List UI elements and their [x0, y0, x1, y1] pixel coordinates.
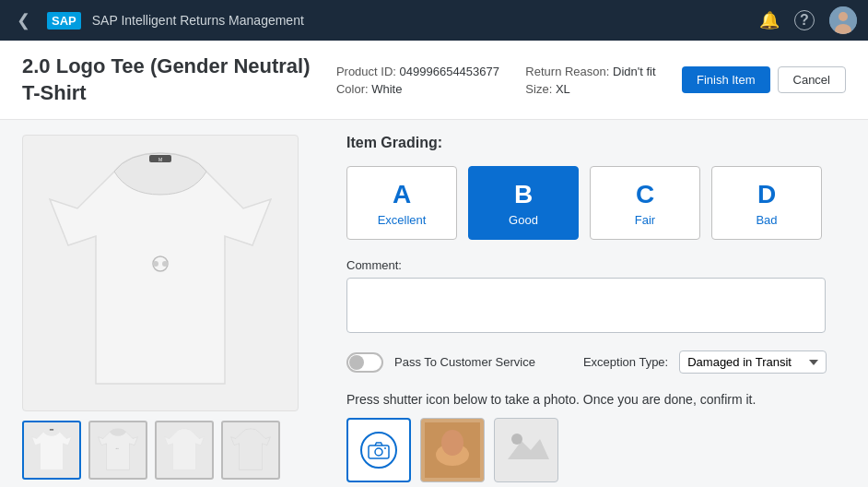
grade-buttons: A Excellent B Good C Fair D Bad [346, 166, 846, 240]
nav-back-button[interactable]: ❮ [11, 6, 36, 34]
photo-thumb-1[interactable] [420, 418, 485, 482]
svg-rect-11 [369, 445, 389, 458]
product-id-row: Product ID: 049996654453677 [336, 65, 499, 78]
color-row: Color: White [336, 82, 499, 96]
product-info: Product ID: 049996654453677 Color: White [336, 65, 499, 96]
top-navigation: ❮ SAP SAP Intelligent Returns Management… [0, 0, 868, 41]
photo-row [346, 418, 846, 482]
exception-type-select[interactable]: Damaged in Transit Wrong Item Missing Pa… [679, 350, 827, 374]
thumbnail-3[interactable] [155, 421, 214, 480]
color-value: White [371, 82, 402, 96]
grade-d-letter: D [757, 180, 776, 209]
grading-section: Item Grading: A Excellent B Good C Fair … [346, 135, 846, 482]
finish-item-button[interactable]: Finish Item [682, 66, 770, 93]
sap-logo-text: SAP [47, 12, 81, 30]
nav-icons: 🔔 ? [759, 6, 857, 34]
svg-point-16 [441, 430, 463, 456]
main-product-image: M [22, 135, 299, 411]
toggle-row: Pass To Customer Service Exception Type:… [346, 350, 846, 374]
grade-b-button[interactable]: B Good [468, 166, 579, 240]
grade-b-letter: B [514, 180, 533, 209]
grade-c-button[interactable]: C Fair [590, 166, 700, 240]
comment-input[interactable] [346, 278, 826, 333]
grade-a-letter: A [393, 180, 411, 209]
help-icon[interactable]: ? [794, 10, 815, 30]
page-header: 2.0 Logo Tee (Gender Neutral) T-Shirt Pr… [0, 41, 868, 120]
svg-text:M: M [158, 157, 162, 162]
svg-point-1 [839, 12, 848, 21]
product-id-value: 049996654453677 [400, 65, 499, 78]
svg-point-5 [162, 261, 168, 267]
thumbnail-1[interactable] [22, 421, 81, 480]
return-info: Return Reason: Didn't fit Size: XL [525, 65, 655, 96]
user-avatar[interactable] [829, 6, 857, 34]
camera-shutter-button[interactable] [346, 418, 411, 482]
grading-title: Item Grading: [346, 135, 846, 151]
product-title: 2.0 Logo Tee (Gender Neutral) T-Shirt [22, 53, 311, 106]
product-id-label: Product ID: [336, 65, 396, 78]
svg-point-9 [116, 448, 117, 449]
svg-rect-8 [50, 429, 53, 430]
pass-to-cs-toggle[interactable] [346, 352, 383, 373]
svg-point-10 [117, 448, 118, 449]
grade-c-letter: C [636, 180, 654, 209]
color-label: Color: [336, 82, 369, 96]
exception-type-label: Exception Type: [583, 355, 668, 369]
product-title-block: 2.0 Logo Tee (Gender Neutral) T-Shirt [22, 53, 311, 106]
thumbnail-4[interactable] [221, 421, 280, 480]
size-value: XL [556, 82, 570, 96]
grade-a-label: Excellent [378, 213, 427, 227]
svg-point-13 [384, 447, 386, 449]
product-image-section: M [22, 135, 317, 482]
size-row: Size: XL [525, 82, 655, 96]
comment-label: Comment: [346, 258, 846, 272]
thumbnail-row [22, 421, 317, 480]
sap-logo: SAP [47, 12, 81, 30]
camera-icon [360, 432, 397, 469]
main-content: M [0, 120, 868, 487]
notification-icon[interactable]: 🔔 [759, 10, 780, 30]
grade-c-label: Fair [635, 213, 655, 227]
grade-b-label: Good [509, 213, 538, 227]
header-actions: Finish Item Cancel [682, 66, 846, 93]
svg-point-12 [375, 448, 382, 456]
grade-d-button[interactable]: D Bad [711, 166, 822, 240]
thumbnail-2[interactable] [88, 421, 147, 480]
return-reason-row: Return Reason: Didn't fit [525, 65, 655, 78]
toggle-knob [349, 355, 364, 370]
app-title: SAP Intelligent Returns Management [92, 13, 748, 28]
svg-point-4 [153, 261, 158, 267]
return-reason-value: Didn't fit [613, 65, 656, 78]
grade-a-button[interactable]: A Excellent [346, 166, 457, 240]
shutter-text: Press shutter icon below to take a photo… [346, 392, 846, 407]
grade-d-label: Bad [756, 213, 777, 227]
photo-thumb-2[interactable] [494, 418, 558, 482]
cancel-button[interactable]: Cancel [778, 66, 846, 93]
tshirt-illustration: M [41, 144, 280, 402]
svg-point-18 [511, 434, 522, 445]
size-label: Size: [525, 82, 552, 96]
pass-to-cs-label: Pass To Customer Service [394, 355, 535, 369]
return-reason-label: Return Reason: [525, 65, 609, 78]
